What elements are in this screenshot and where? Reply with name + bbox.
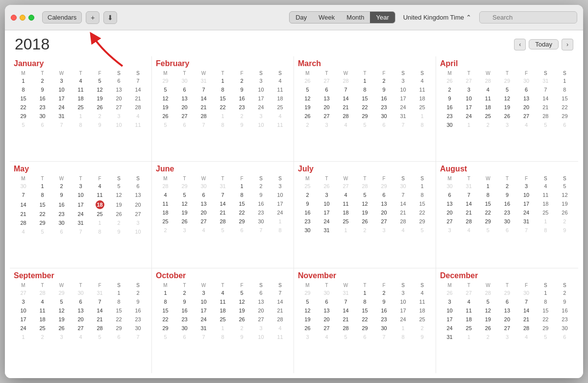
calendar-day[interactable]: 25 (478, 112, 497, 120)
calendar-day[interactable]: 6 (232, 226, 251, 235)
calendar-day[interactable]: 6 (109, 76, 128, 85)
calendar-day[interactable]: 25 (459, 324, 478, 333)
calendar-day[interactable]: 21 (128, 94, 147, 103)
calendar-day[interactable]: 21 (270, 306, 290, 315)
calendar-day[interactable]: 29 (232, 217, 251, 226)
calendar-day[interactable]: 23 (374, 315, 393, 324)
calendar-day[interactable]: 2 (413, 324, 432, 333)
calendar-day[interactable]: 10 (14, 306, 33, 315)
calendar-day[interactable]: 3 (497, 120, 516, 129)
calendar-day[interactable]: 5 (52, 297, 71, 306)
calendar-day[interactable]: 9 (298, 199, 317, 208)
calendar-day[interactable]: 9 (175, 297, 194, 306)
calendar-day[interactable]: 30 (440, 182, 459, 191)
calendar-day[interactable]: 4 (536, 182, 555, 191)
calendar-day[interactable]: 29 (355, 324, 374, 333)
calendar-day[interactable]: 21 (14, 210, 33, 218)
calendar-day[interactable]: 26 (355, 217, 374, 226)
calendar-day[interactable]: 18 (413, 94, 432, 103)
calendar-day[interactable]: 10 (317, 199, 336, 208)
calendar-day[interactable]: 6 (175, 120, 194, 129)
calendar-day[interactable]: 8 (14, 85, 33, 94)
calendar-day[interactable]: 23 (52, 210, 71, 218)
calendar-day[interactable]: 29 (555, 112, 574, 120)
calendar-day[interactable]: 19 (497, 103, 516, 112)
calendar-day[interactable]: 2 (478, 333, 497, 341)
calendar-day[interactable]: 23 (440, 112, 459, 120)
calendar-day[interactable]: 4 (194, 226, 213, 235)
calendar-day[interactable]: 27 (194, 217, 213, 226)
calendar-day[interactable]: 26 (497, 112, 516, 120)
calendar-day[interactable]: 30 (194, 182, 213, 191)
calendar-day[interactable]: 6 (374, 191, 393, 199)
calendar-day[interactable]: 7 (213, 191, 232, 199)
calendar-day[interactable]: 4 (478, 85, 497, 94)
calendar-day[interactable]: 2 (33, 333, 52, 341)
calendar-day[interactable]: 9 (555, 297, 574, 306)
calendar-day[interactable]: 6 (555, 120, 574, 129)
calendar-day[interactable]: 1 (355, 288, 374, 297)
calendar-day[interactable]: 26 (478, 324, 497, 333)
calendar-day[interactable]: 10 (393, 85, 413, 94)
calendar-day[interactable]: 4 (213, 288, 232, 297)
calendar-day[interactable]: 2 (33, 76, 52, 85)
calendar-day[interactable]: 17 (393, 306, 413, 315)
calendar-day[interactable]: 3 (374, 226, 393, 235)
calendar-day[interactable]: 11 (459, 306, 478, 315)
calendar-day[interactable]: 29 (52, 288, 71, 297)
calendar-day[interactable]: 14 (213, 199, 232, 208)
calendar-day[interactable]: 2 (90, 112, 109, 120)
calendar-day[interactable]: 5 (109, 182, 128, 191)
tab-day[interactable]: Day (290, 12, 313, 23)
calendar-day[interactable]: 12 (298, 94, 317, 103)
calendar-day[interactable]: 8 (478, 191, 497, 199)
calendar-day[interactable]: 28 (478, 76, 497, 85)
calendar-day[interactable]: 30 (374, 112, 393, 120)
calendar-day[interactable]: 18 (33, 315, 52, 324)
calendar-day[interactable]: 4 (336, 191, 355, 199)
calendar-day[interactable]: 5 (478, 226, 497, 235)
calendar-day[interactable]: 2 (52, 182, 71, 191)
calendar-day[interactable]: 31 (459, 182, 478, 191)
calendar-day[interactable]: 3 (128, 218, 147, 227)
calendar-day[interactable]: 8 (355, 297, 374, 306)
calendar-day[interactable]: 24 (393, 103, 413, 112)
calendar-day[interactable]: 13 (194, 199, 213, 208)
calendar-day[interactable]: 17 (52, 94, 71, 103)
calendar-day[interactable]: 20 (497, 315, 516, 324)
calendar-day[interactable]: 4 (517, 120, 536, 129)
calendar-day[interactable]: 23 (33, 103, 52, 112)
calendar-day[interactable]: 11 (478, 94, 497, 103)
calendar-day[interactable]: 15 (156, 306, 175, 315)
calendar-day[interactable]: 7 (393, 191, 413, 199)
calendar-day[interactable]: 29 (109, 324, 128, 333)
calendar-day[interactable]: 28 (336, 76, 355, 85)
calendar-day[interactable]: 26 (317, 182, 336, 191)
calendar-day[interactable]: 7 (336, 85, 355, 94)
calendar-day[interactable]: 12 (478, 306, 497, 315)
calendar-day[interactable]: 30 (374, 324, 393, 333)
calendar-day[interactable]: 19 (52, 315, 71, 324)
calendar-day[interactable]: 9 (440, 94, 459, 103)
calendar-day[interactable]: 8 (71, 120, 90, 129)
calendar-day[interactable]: 27 (71, 324, 90, 333)
prev-year-button[interactable]: ‹ (514, 39, 526, 50)
calendar-day[interactable]: 30 (128, 324, 147, 333)
calendar-day[interactable]: 3 (459, 85, 478, 94)
calendar-day[interactable]: 3 (14, 297, 33, 306)
calendar-day[interactable]: 2 (109, 218, 128, 227)
calendar-day[interactable]: 1 (555, 76, 574, 85)
calendar-day[interactable]: 27 (517, 112, 536, 120)
calendar-day[interactable]: 13 (71, 306, 90, 315)
calendar-day[interactable]: 11 (270, 333, 290, 341)
calendar-day[interactable]: 29 (478, 217, 497, 226)
calendar-day[interactable]: 12 (90, 85, 109, 94)
calendar-day[interactable]: 3 (393, 76, 413, 85)
calendar-day[interactable]: 1 (213, 112, 232, 120)
calendar-day[interactable]: 28 (90, 324, 109, 333)
calendar-day[interactable]: 29 (413, 217, 432, 226)
calendar-day[interactable]: 20 (317, 315, 336, 324)
calendar-day[interactable]: 29 (497, 288, 516, 297)
calendar-day[interactable]: 21 (90, 315, 109, 324)
calendar-day[interactable]: 8 (232, 191, 251, 199)
